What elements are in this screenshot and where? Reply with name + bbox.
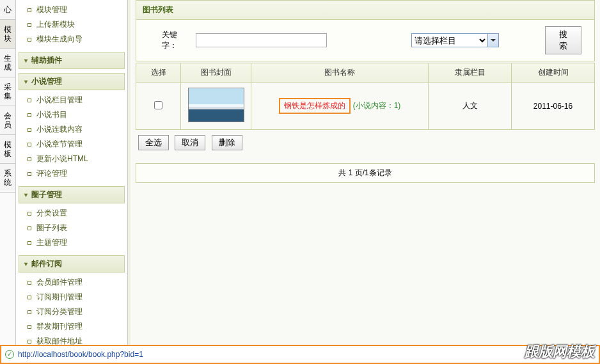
bullet-icon xyxy=(28,172,31,176)
sidebar-item-label: 群发期刊管理 xyxy=(36,321,83,332)
bullet-icon xyxy=(28,340,31,344)
sidebar-item-label: 分类设置 xyxy=(36,208,67,219)
main-content: 图书列表 关键字： 请选择栏目 搜 索 选择 图书封面 图书名称 xyxy=(128,0,600,345)
select-all-button[interactable]: 全选 xyxy=(138,135,169,150)
sidebar-group-label: 辅助插件 xyxy=(31,55,62,66)
sidebar-item-label: 评论管理 xyxy=(36,168,67,179)
sidebar-group-mail[interactable]: ▾邮件订阅 xyxy=(19,255,125,273)
sidebar-item[interactable]: 订阅分类管理 xyxy=(19,305,125,319)
left-tab-item[interactable]: 心 xyxy=(0,0,15,20)
bullet-icon xyxy=(28,113,31,117)
bullet-icon xyxy=(28,310,31,314)
sidebar-item-label: 小说书目 xyxy=(36,109,67,120)
th-select: 选择 xyxy=(136,63,181,83)
sidebar-item-label: 订阅期刊管理 xyxy=(36,292,83,303)
bullet-icon xyxy=(28,8,31,12)
sidebar-item[interactable]: 主题管理 xyxy=(19,235,125,250)
cancel-button[interactable]: 取消 xyxy=(175,135,205,150)
sidebar-item[interactable]: 评论管理 xyxy=(19,166,125,181)
sidebar-item[interactable]: 更新小说HTML xyxy=(19,152,125,166)
sidebar-item-label: 更新小说HTML xyxy=(36,154,88,164)
status-url-link[interactable]: http://localhost/book/book.php?bid=1 xyxy=(18,350,143,359)
chevron-down-icon: ▾ xyxy=(24,260,28,267)
left-tab-item[interactable]: 模块 xyxy=(0,20,15,49)
column-select[interactable]: 请选择栏目 xyxy=(411,33,488,47)
sidebar-group-plugin[interactable]: ▾辅助插件 xyxy=(19,52,125,69)
sidebar-item[interactable]: 获取邮件地址 xyxy=(19,334,125,345)
chevron-down-icon: ▾ xyxy=(24,191,28,198)
left-tab-item[interactable]: 模板 xyxy=(0,135,15,164)
sidebar-group-label: 邮件订阅 xyxy=(31,258,62,269)
bullet-icon xyxy=(28,241,31,245)
bullet-icon xyxy=(28,325,31,329)
left-tab-item[interactable]: 采集 xyxy=(0,77,15,106)
sidebar-item-label: 小说章节管理 xyxy=(36,139,83,150)
row-checkbox[interactable] xyxy=(154,101,162,109)
sidebar-item[interactable]: 模块生成向导 xyxy=(19,32,125,47)
search-button[interactable]: 搜 索 xyxy=(545,26,581,54)
sidebar-group-label: 小说管理 xyxy=(31,76,62,87)
status-bar: ✓ http://localhost/book/book.php?bid=1 xyxy=(0,345,600,364)
sidebar-item[interactable]: 分类设置 xyxy=(19,206,125,221)
sidebar-item-label: 主题管理 xyxy=(36,237,67,248)
check-icon: ✓ xyxy=(5,350,14,359)
table-row: 钢铁是怎样炼成的(小说内容：1) 人文 2011-06-16 xyxy=(136,83,595,130)
sidebar-item-label: 会员邮件管理 xyxy=(36,277,83,288)
bullet-icon xyxy=(28,143,31,146)
sidebar-item-label: 订阅分类管理 xyxy=(36,306,83,317)
sidebar-item-label: 获取邮件地址 xyxy=(36,336,83,345)
book-title-link[interactable]: 钢铁是怎样炼成的 xyxy=(279,98,351,114)
bullet-icon xyxy=(28,226,31,230)
sidebar-item[interactable]: 小说栏目管理 xyxy=(19,93,125,107)
dropdown-icon[interactable] xyxy=(487,33,499,47)
keyword-input[interactable] xyxy=(196,33,327,47)
sidebar: 模块管理 上传新模块 模块生成向导 ▾辅助插件 ▾小说管理 小说栏目管理 小说书… xyxy=(16,0,128,345)
panel-title: 图书列表 xyxy=(136,1,594,20)
left-tab-strip: 心 模块 生成 采集 会员 模板 系统 xyxy=(0,0,16,345)
bullet-icon xyxy=(28,157,31,161)
sidebar-group-label: 圈子管理 xyxy=(31,189,62,200)
sidebar-item[interactable]: 小说连载内容 xyxy=(19,122,125,137)
sidebar-group-novel[interactable]: ▾小说管理 xyxy=(19,73,125,90)
sidebar-item[interactable]: 圈子列表 xyxy=(19,221,125,235)
th-name: 图书名称 xyxy=(251,63,429,83)
left-tab-item[interactable]: 系统 xyxy=(0,164,15,193)
bullet-icon xyxy=(28,281,31,285)
book-table: 选择 图书封面 图书名称 隶属栏目 创建时间 钢铁是怎样炼成的(小说内容：1) … xyxy=(136,63,595,130)
watermark: 跟版网模板 xyxy=(525,342,595,361)
sidebar-item[interactable]: 小说书目 xyxy=(19,107,125,122)
sidebar-item[interactable]: 群发期刊管理 xyxy=(19,319,125,334)
sidebar-group-circle[interactable]: ▾圈子管理 xyxy=(19,186,125,203)
sidebar-item-label: 小说连载内容 xyxy=(36,124,83,135)
sidebar-item[interactable]: 模块管理 xyxy=(19,3,125,17)
book-date: 2011-06-16 xyxy=(512,83,595,130)
book-cover-thumbnail[interactable] xyxy=(188,88,244,122)
action-row: 全选 取消 删除 xyxy=(136,130,595,155)
th-category: 隶属栏目 xyxy=(429,63,512,83)
sidebar-item-label: 圈子列表 xyxy=(36,223,67,233)
sidebar-item-label: 模块管理 xyxy=(36,4,67,15)
sidebar-item[interactable]: 小说章节管理 xyxy=(19,137,125,152)
sidebar-item[interactable]: 上传新模块 xyxy=(19,17,125,32)
bullet-icon xyxy=(28,23,31,27)
delete-button[interactable]: 删除 xyxy=(212,135,242,150)
sidebar-item-label: 模块生成向导 xyxy=(36,34,83,45)
bullet-icon xyxy=(28,296,31,299)
bullet-icon xyxy=(28,212,31,216)
bullet-icon xyxy=(28,99,31,102)
search-row: 关键字： 请选择栏目 搜 索 xyxy=(136,20,594,61)
left-tab-item[interactable]: 会员 xyxy=(0,106,15,135)
book-meta: (小说内容：1) xyxy=(353,101,401,110)
sidebar-item-label: 上传新模块 xyxy=(36,19,75,30)
sidebar-item[interactable]: 订阅期刊管理 xyxy=(19,290,125,305)
th-cover: 图书封面 xyxy=(181,63,251,83)
th-date: 创建时间 xyxy=(512,63,595,83)
bullet-icon xyxy=(28,128,31,132)
sidebar-item[interactable]: 会员邮件管理 xyxy=(19,275,125,290)
keyword-label: 关键字： xyxy=(162,29,186,51)
chevron-down-icon: ▾ xyxy=(24,78,28,85)
chevron-down-icon: ▾ xyxy=(24,57,28,64)
panel-book-list: 图书列表 关键字： 请选择栏目 搜 索 xyxy=(136,0,595,61)
pagination: 共 1 页/1条记录 xyxy=(136,163,595,183)
left-tab-item[interactable]: 生成 xyxy=(0,49,15,77)
